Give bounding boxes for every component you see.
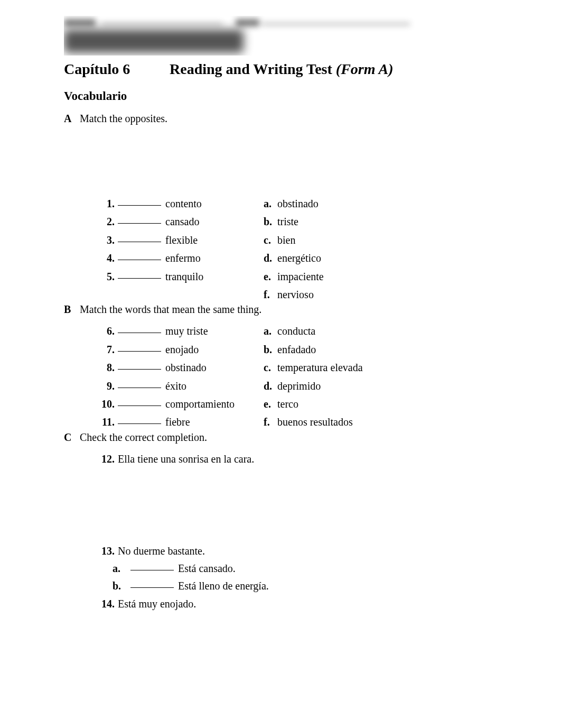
answer-blank[interactable] [118, 359, 161, 370]
answer-blank[interactable] [118, 268, 161, 279]
choice-text: Está cansado. [178, 560, 236, 577]
item-word: comportamiento [165, 395, 264, 413]
worksheet-page: Capítulo 6 Reading and Writing Test (For… [64, 16, 497, 613]
option-word: nervioso [277, 285, 314, 303]
section-letter: B [64, 303, 80, 316]
item-number: 7. [95, 340, 118, 358]
section-c-instruction: C Check the correct completion. [64, 431, 497, 444]
option-letter: a. [264, 195, 277, 213]
item-number: 9. [95, 377, 118, 395]
question-row: 12. Ella tiene una sonrisa en la cara. [95, 450, 497, 468]
choice-text: Está lleno de energía. [178, 577, 269, 595]
item-word: fiebre [165, 413, 264, 431]
option-letter: d. [264, 377, 277, 395]
option-letter: f. [264, 413, 277, 431]
option-word: terco [277, 395, 298, 413]
choice-letter: a. [113, 560, 130, 577]
test-title-text: Reading and Writing Test [170, 61, 332, 77]
section-letter: C [64, 431, 80, 444]
blurred-header [64, 16, 497, 56]
item-number: 11. [95, 413, 118, 431]
section-b-instruction: B Match the words that mean the same thi… [64, 303, 497, 316]
option-word: buenos resultados [277, 413, 353, 431]
answer-blank[interactable] [118, 322, 161, 333]
item-number: 5. [95, 268, 118, 285]
answer-blank[interactable] [118, 232, 161, 242]
match-row: 4. enfermo d. energético [95, 249, 497, 267]
item-number: 1. [95, 195, 118, 213]
item-word: enfermo [165, 249, 264, 267]
item-number: 8. [95, 358, 118, 376]
match-row: 10. comportamiento e. terco [95, 395, 497, 413]
option-word: enfadado [277, 340, 316, 358]
option-word: triste [277, 213, 298, 231]
section-c-exercise: 12. Ella tiene una sonrisa en la cara. 1… [95, 450, 497, 613]
match-row: 11. fiebre f. buenos resultados [95, 413, 497, 431]
match-row: f. nervioso [95, 285, 497, 303]
choice-row: a. Está cansado. [113, 560, 497, 577]
match-row: 6. muy triste a. conducta [95, 322, 497, 340]
answer-blank[interactable] [118, 213, 161, 224]
answer-blank[interactable] [118, 341, 161, 352]
option-letter: d. [264, 249, 277, 267]
question-text: Está muy enojado. [118, 595, 196, 613]
option-word: temperatura elevada [277, 358, 363, 376]
answer-blank[interactable] [118, 250, 161, 260]
answer-blank[interactable] [118, 413, 161, 424]
question-text: No duerme bastante. [118, 542, 205, 560]
item-word: tranquilo [165, 268, 264, 285]
item-word: enojado [165, 340, 264, 358]
item-word: éxito [165, 377, 264, 395]
section-b-exercise: 6. muy triste a. conducta 7. enojado b. … [95, 322, 497, 431]
option-letter: b. [264, 340, 277, 358]
question-number: 14. [95, 595, 118, 613]
question-text: Ella tiene una sonrisa en la cara. [118, 450, 254, 468]
option-letter: e. [264, 268, 277, 285]
section-a-instruction: A Match the opposites. [64, 113, 497, 125]
option-word: conducta [277, 322, 315, 340]
answer-blank[interactable] [130, 577, 174, 588]
item-number: 10. [95, 395, 118, 413]
option-word: bien [277, 231, 295, 249]
item-word: flexible [165, 231, 264, 249]
answer-blank[interactable] [118, 377, 161, 388]
match-row: 9. éxito d. deprimido [95, 377, 497, 395]
match-row: 5. tranquilo e. impaciente [95, 268, 497, 285]
item-number: 3. [95, 231, 118, 249]
test-title: Reading and Writing Test (Form A) [170, 61, 393, 78]
option-letter: a. [264, 322, 277, 340]
answer-blank[interactable] [118, 195, 161, 206]
option-word: deprimido [277, 377, 321, 395]
item-word: cansado [165, 213, 264, 231]
match-row: 3. flexible c. bien [95, 231, 497, 249]
instruction-text: Match the opposites. [80, 113, 167, 125]
question-number: 12. [95, 450, 118, 468]
answer-blank[interactable] [130, 560, 174, 570]
option-word: impaciente [277, 268, 324, 285]
match-row: 8. obstinado c. temperatura elevada [95, 358, 497, 376]
option-letter: c. [264, 358, 277, 376]
section-a-exercise: 1. contento a. obstinado 2. cansado b. t… [95, 131, 497, 303]
item-word: muy triste [165, 322, 264, 340]
question-row: 13. No duerme bastante. [95, 542, 497, 560]
match-row: 7. enojado b. enfadado [95, 340, 497, 358]
option-letter: c. [264, 231, 277, 249]
option-word: obstinado [277, 195, 319, 213]
option-letter: e. [264, 395, 277, 413]
choice-row: b. Está lleno de energía. [113, 577, 497, 595]
option-letter: b. [264, 213, 277, 231]
instruction-text: Match the words that mean the same thing… [80, 303, 261, 316]
answer-blank[interactable] [118, 395, 161, 406]
match-row: 2. cansado b. triste [95, 213, 497, 231]
item-word: obstinado [165, 358, 264, 376]
option-letter: f. [264, 285, 277, 303]
item-number: 6. [95, 322, 118, 340]
section-title: Vocabulario [64, 89, 497, 103]
item-number: 2. [95, 213, 118, 231]
choice-letter: b. [113, 577, 130, 595]
question-number: 13. [95, 542, 118, 560]
match-row: 1. contento a. obstinado [95, 195, 497, 213]
item-number: 4. [95, 249, 118, 267]
test-form: (Form A) [336, 61, 394, 77]
heading-row: Capítulo 6 Reading and Writing Test (For… [64, 61, 497, 78]
